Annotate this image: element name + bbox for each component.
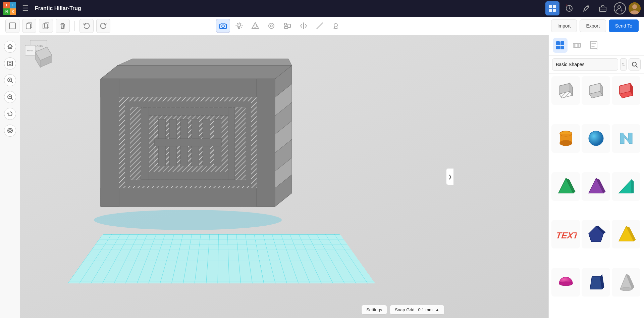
logo[interactable]: T I N K — [3, 2, 16, 15]
svg-point-111 — [560, 140, 572, 146]
snap-grid-label: Snap Grid — [395, 307, 415, 312]
zoom-out-btn[interactable] — [4, 91, 16, 103]
home-view-btn[interactable] — [4, 41, 16, 53]
svg-rect-63 — [141, 172, 235, 180]
shape-pyramid-purple-icon — [585, 176, 607, 197]
clock-btn[interactable] — [562, 1, 576, 15]
settings-btn[interactable]: Settings — [361, 305, 387, 315]
tab-shapes[interactable] — [553, 38, 568, 53]
search-icon — [631, 61, 638, 68]
align-btn[interactable] — [280, 19, 294, 33]
gallery-btn[interactable] — [545, 1, 559, 15]
svg-point-21 — [270, 25, 272, 27]
panel-search-row: Basic Shapes Featured Connectors Symbols… — [549, 56, 644, 74]
redo-icon — [100, 22, 107, 30]
duplicate-btn[interactable] — [39, 19, 53, 33]
logo-k: K — [10, 8, 16, 15]
shape-prism-blue[interactable] — [582, 268, 610, 297]
svg-point-82 — [94, 210, 282, 230]
svg-marker-81 — [117, 59, 292, 65]
briefcase-btn[interactable] — [596, 1, 610, 15]
shape-box-red[interactable] — [612, 76, 640, 105]
shape-pyramid-yellow[interactable] — [612, 220, 640, 248]
stamp-btn[interactable] — [329, 19, 343, 33]
symmetry-btn[interactable] — [297, 19, 311, 33]
export-btn[interactable]: Export — [580, 19, 606, 32]
symmetry-icon — [300, 22, 308, 30]
zoom-in-btn[interactable] — [4, 74, 16, 86]
viewport[interactable]: BACK RINT — [20, 35, 548, 318]
duplicate-icon — [42, 22, 50, 30]
user-avatar[interactable] — [629, 2, 641, 14]
svg-rect-24 — [288, 24, 290, 28]
shape-wedge-teal[interactable] — [612, 172, 640, 201]
shape-cone-gray[interactable] — [612, 268, 640, 297]
component-btn[interactable] — [4, 125, 16, 137]
shape-text[interactable]: TEXT — [551, 220, 580, 248]
fit-view-btn[interactable] — [4, 57, 16, 70]
shape-pyramid-green[interactable] — [551, 172, 580, 201]
svg-rect-28 — [8, 61, 12, 66]
align-icon — [283, 22, 291, 30]
circle-icon — [267, 22, 275, 30]
svg-point-17 — [222, 25, 224, 28]
shapes-category-dropdown[interactable]: Basic Shapes Featured Connectors Symbols… — [552, 58, 618, 71]
snap-grid-btn[interactable]: Snap Grid 0.1 mm ▲ — [390, 305, 444, 315]
menu-icon[interactable]: ☰ — [22, 4, 29, 13]
project-name: Frantic Hillar-Trug — [35, 5, 81, 11]
search-btn[interactable] — [629, 58, 641, 71]
shape-prism-blue-icon — [585, 272, 607, 293]
shape-sphere[interactable] — [582, 124, 610, 153]
copy-icon — [25, 22, 33, 30]
shape-sphere-icon — [585, 128, 607, 149]
light-btn[interactable] — [232, 19, 246, 33]
rotate-view-btn[interactable] — [4, 108, 16, 120]
center-tools — [216, 19, 343, 33]
left-sidebar — [0, 35, 20, 318]
delete-btn[interactable] — [56, 19, 70, 33]
svg-rect-1 — [553, 5, 556, 8]
tab-measure[interactable] — [570, 38, 584, 53]
svg-line-98 — [636, 66, 637, 67]
snap-bar: Settings Snap Grid 0.1 mm ▲ — [361, 305, 444, 315]
shape-letter-n[interactable] — [612, 124, 640, 153]
notes-tab-icon — [589, 41, 598, 50]
avatar-image — [629, 2, 641, 14]
undo-btn[interactable] — [79, 19, 94, 33]
svg-point-38 — [9, 130, 11, 132]
shape-box-solid-icon — [585, 80, 607, 101]
zoom-in-icon — [7, 77, 13, 84]
shape-pyramid-purple[interactable] — [582, 172, 610, 201]
sendto-btn[interactable]: Send To — [609, 19, 639, 32]
svg-rect-56 — [101, 188, 275, 207]
new-btn[interactable] — [5, 19, 19, 33]
svg-rect-23 — [284, 27, 288, 29]
shape-box-hatch[interactable] — [551, 76, 580, 105]
add-user-btn[interactable] — [614, 2, 626, 14]
svg-rect-85 — [556, 46, 560, 49]
svg-rect-22 — [284, 23, 286, 25]
redo-btn[interactable] — [96, 19, 110, 33]
shape-tool-btn[interactable] — [248, 19, 262, 33]
build-btn[interactable] — [579, 1, 593, 15]
camera-icon — [219, 22, 227, 30]
measure-btn[interactable] — [313, 19, 327, 33]
svg-rect-0 — [549, 5, 552, 8]
camera-btn[interactable] — [216, 19, 230, 33]
panel-collapse-btn[interactable]: ❯ — [446, 168, 453, 185]
logo-i: I — [10, 2, 16, 8]
shape-half-sphere[interactable] — [551, 268, 580, 297]
svg-rect-83 — [556, 41, 560, 45]
clock-icon — [565, 4, 573, 12]
shape-pentagon[interactable] — [582, 220, 610, 248]
copy-btn[interactable] — [22, 19, 36, 33]
shape-cylinder[interactable] — [551, 124, 580, 153]
svg-point-26 — [334, 24, 337, 27]
shape-cylinder-icon — [555, 128, 577, 149]
tab-notes[interactable] — [586, 38, 601, 53]
shape-box-solid[interactable] — [582, 76, 610, 105]
import-btn[interactable]: Import — [551, 19, 577, 32]
circle-tool-btn[interactable] — [264, 19, 278, 33]
svg-point-20 — [269, 23, 274, 29]
light-icon — [235, 22, 243, 30]
